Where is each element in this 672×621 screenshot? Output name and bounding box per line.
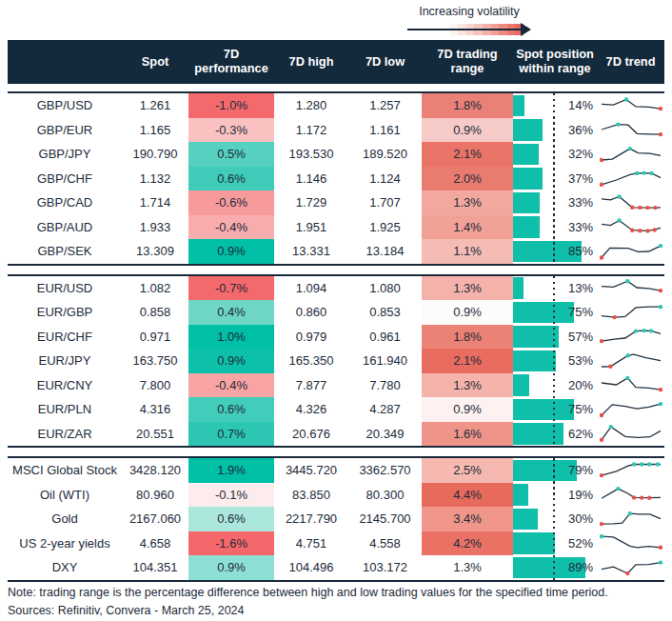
position-value: 89% [568, 555, 593, 580]
range-cell: 1.3% [422, 276, 513, 301]
high-value: 1.280 [274, 93, 348, 118]
high-value: 4.751 [274, 531, 348, 556]
trend-sparkline [600, 168, 662, 189]
trend-cell [597, 167, 664, 191]
position-bar [513, 351, 556, 372]
position-bar [513, 374, 529, 396]
spot-value: 1.261 [122, 93, 188, 118]
spot-value: 7.800 [122, 373, 188, 398]
low-value: 0.961 [348, 325, 422, 350]
position-cell: 75% [513, 397, 597, 422]
table-row: GBP/EUR1.165-0.3%1.1721.1610.9%36% [8, 118, 664, 143]
position-value: 33% [568, 215, 593, 240]
position-bar [513, 423, 563, 445]
low-dot-icon [653, 206, 657, 210]
high-dot-icon [655, 462, 659, 466]
performance-cell: -1.0% [188, 93, 274, 118]
midpoint-dotted-line [553, 93, 555, 264]
low-dot-icon [658, 546, 662, 550]
pair-label: GBP/AUD [8, 215, 122, 240]
low-dot-icon [625, 571, 629, 575]
position-bar [513, 119, 543, 141]
position-cell: 75% [513, 300, 597, 325]
performance-cell: 0.9% [188, 349, 274, 373]
pair-label: GBP/EUR [8, 118, 122, 143]
trend-cell [597, 422, 664, 447]
trend-sparkline [600, 532, 662, 553]
position-value: 62% [568, 422, 593, 447]
position-value: 14% [568, 93, 593, 118]
high-dot-icon [648, 329, 652, 332]
high-dot-icon [623, 97, 627, 101]
high-value: 13.331 [274, 239, 348, 264]
position-cell: 79% [513, 458, 597, 483]
performance-cell: -0.7% [188, 276, 274, 301]
high-dot-icon [608, 425, 612, 429]
trend-sparkline [600, 460, 662, 481]
high-dot-icon [625, 376, 629, 380]
high-dot-icon [658, 560, 662, 564]
range-cell: 0.9% [422, 397, 513, 422]
low-value: 0.853 [348, 300, 422, 325]
low-dot-icon [631, 495, 635, 499]
low-dot-icon [638, 205, 642, 209]
range-cell: 1.6% [422, 422, 513, 447]
pair-label: US 2-year yields [8, 531, 122, 556]
performance-cell: 0.7% [188, 422, 274, 447]
pair-label: Gold [8, 507, 122, 531]
range-cell: 0.9% [422, 300, 513, 325]
position-value: 57% [568, 325, 593, 350]
trend-cell [597, 507, 664, 531]
section-gbp-pairs: GBP/USD1.261-1.0%1.2801.2571.8%14%GBP/EU… [8, 91, 664, 266]
trend-cell [597, 190, 664, 215]
table-row: EUR/CHF0.9711.0%0.9790.9611.8%57% [8, 325, 664, 350]
trend-sparkline [600, 351, 662, 371]
position-cell: 13% [513, 276, 597, 301]
position-cell: 62% [513, 422, 597, 447]
low-value: 80.300 [348, 483, 422, 508]
high-dot-icon [642, 171, 645, 175]
range-cell: 2.0% [422, 167, 513, 191]
spot-value: 20.551 [122, 422, 188, 447]
trend-sparkline [600, 326, 662, 347]
low-value: 1.161 [348, 118, 422, 143]
high-dot-icon [617, 219, 621, 223]
midpoint-dotted-line [553, 276, 555, 447]
range-cell: 1.8% [422, 325, 513, 350]
position-bar [513, 532, 555, 554]
position-bar [513, 484, 528, 506]
spot-value: 4.316 [122, 397, 188, 422]
high-dot-icon [616, 487, 620, 491]
low-dot-icon [600, 255, 603, 259]
low-dot-icon [645, 229, 649, 232]
low-value: 2145.700 [348, 507, 422, 531]
pair-label: EUR/JPY [8, 349, 122, 373]
low-value: 1.080 [348, 276, 422, 301]
low-dot-icon [647, 496, 651, 500]
trend-sparkline [600, 95, 662, 116]
trend-cell [597, 458, 664, 483]
trend-sparkline [600, 144, 662, 165]
trend-sparkline [600, 374, 662, 395]
trend-cell [597, 325, 664, 350]
range-cell: 2.1% [422, 349, 513, 373]
spot-value: 163.750 [122, 349, 188, 373]
table-row: EUR/CNY7.800-0.4%7.8777.7801.3%20% [8, 373, 664, 398]
performance-cell: -0.6% [188, 190, 274, 215]
low-value: 7.780 [348, 373, 422, 398]
position-value: 33% [568, 190, 593, 215]
table-row: EUR/USD1.082-0.7%1.0941.0801.3%13% [8, 276, 664, 301]
performance-cell: -0.3% [188, 118, 274, 143]
spot-value: 1.132 [122, 167, 188, 191]
table-row: GBP/JPY190.7900.5%193.530189.5202.1%32% [8, 142, 664, 167]
position-cell: 30% [513, 507, 597, 531]
position-cell: 36% [513, 118, 597, 143]
performance-cell: -0.4% [188, 215, 274, 240]
trend-sparkline [600, 119, 662, 140]
header-range: 7D trading range [422, 48, 513, 75]
position-cell: 32% [513, 142, 597, 167]
position-bar [513, 277, 524, 299]
pair-label: DXY [8, 555, 122, 580]
spot-value: 0.858 [122, 300, 188, 325]
high-dot-icon [625, 353, 629, 357]
